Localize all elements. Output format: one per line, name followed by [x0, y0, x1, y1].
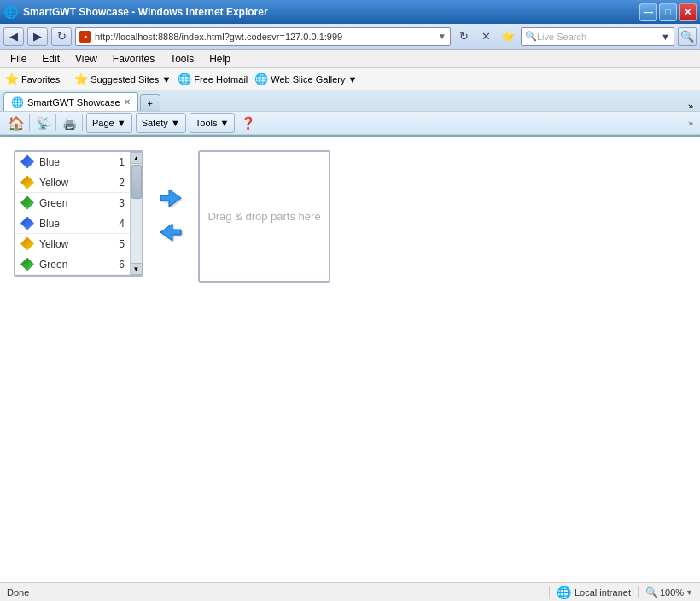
suggested-sites-label: Suggested Sites ▼ [90, 74, 171, 85]
page-button[interactable]: Page ▼ [86, 113, 132, 133]
list-scrollbar[interactable]: ▲ ▼ [130, 152, 142, 275]
list-item[interactable]: Blue 1 [15, 152, 130, 172]
list-num-2: 2 [111, 177, 125, 189]
security-zone: 🌐 Local intranet [549, 586, 631, 599]
address-icon: ● [79, 31, 91, 43]
tab-smartgwt-showcase[interactable]: 🌐 SmartGWT Showcase ✕ [3, 92, 138, 111]
list-item[interactable]: Blue 4 [15, 213, 130, 234]
drop-panel[interactable]: Drag & drop parts here [198, 150, 330, 283]
minimize-button[interactable]: — [639, 3, 657, 21]
list-item[interactable]: Yellow 2 [15, 172, 130, 193]
web-slice-gallery-btn[interactable]: 🌐 Web Slice Gallery ▼ [254, 73, 357, 85]
list-item[interactable]: Yellow 5 [15, 234, 130, 254]
menu-view[interactable]: View [68, 51, 104, 67]
title-bar-controls: — □ ✕ [639, 3, 697, 21]
list-label-2: Yellow [39, 177, 106, 189]
status-text: Done [7, 587, 549, 598]
stop-btn[interactable]: ✕ [476, 27, 495, 46]
search-button[interactable]: ▼ [661, 32, 670, 42]
suggested-sites-btn[interactable]: ⭐ Suggested Sites ▼ [74, 73, 171, 85]
list-label-3: Green [39, 197, 106, 209]
tab-label: SmartGWT Showcase [27, 97, 120, 108]
free-hotmail-btn[interactable]: 🌐 Free Hotmail [178, 73, 248, 85]
menu-help[interactable]: Help [202, 51, 237, 67]
back-button[interactable]: ◀ [3, 27, 24, 46]
tab-menu-button[interactable]: » [685, 101, 697, 111]
transfer-arrows [157, 150, 184, 246]
toolbar-sep-1 [29, 114, 30, 131]
move-left-button[interactable] [157, 219, 184, 246]
list-label-1: Blue [39, 156, 106, 168]
move-right-button[interactable] [157, 184, 184, 212]
web-slice-label: Web Slice Gallery ▼ [271, 74, 357, 85]
close-button[interactable]: ✕ [679, 3, 697, 21]
toolbar-home-icon[interactable]: 🏠 [7, 114, 26, 132]
tab-icon: 🌐 [11, 96, 24, 108]
menu-favorites[interactable]: Favorites [106, 51, 161, 67]
menu-tools[interactable]: Tools [163, 51, 201, 67]
navigation-bar: ◀ ▶ ↻ ● http://localhost:8888/index.html… [0, 24, 700, 50]
home-btn[interactable]: ⭐ [499, 27, 517, 46]
tools-button[interactable]: Tools ▼ [190, 113, 236, 133]
help-button[interactable]: ❓ [238, 114, 257, 132]
hotmail-icon: 🌐 [178, 73, 191, 85]
list-num-5: 5 [111, 238, 125, 250]
yellow-icon-2 [20, 176, 34, 190]
suggested-sites-icon: ⭐ [74, 73, 88, 85]
maximize-button[interactable]: □ [659, 3, 677, 21]
menu-file[interactable]: File [3, 51, 33, 67]
free-hotmail-label: Free Hotmail [194, 74, 248, 85]
list-item[interactable]: Green 6 [15, 254, 130, 275]
scroll-thumb[interactable] [131, 165, 142, 199]
app-icon: 🌐 [3, 5, 18, 19]
zoom-area[interactable]: 🔍 100% ▼ [638, 586, 693, 598]
safety-button[interactable]: Safety ▼ [136, 113, 186, 133]
scroll-up-arrow[interactable]: ▲ [131, 152, 143, 164]
title-bar: 🌐 SmartGWT Showcase - Windows Internet E… [0, 0, 700, 24]
toolbar-sep-3 [82, 114, 83, 131]
web-slice-icon: 🌐 [254, 73, 268, 85]
list-num-6: 6 [111, 259, 125, 271]
list-label-6: Green [39, 259, 106, 271]
safety-label: Safety ▼ [142, 118, 180, 128]
zone-icon: 🌐 [557, 586, 571, 599]
new-tab-button[interactable]: + [140, 94, 160, 111]
address-bar[interactable]: ● http://localhost:8888/index.html?gwt.c… [75, 27, 451, 46]
fav-separator [67, 72, 67, 87]
toolbar-more-button[interactable]: » [688, 118, 693, 128]
search-logo: 🔍 [525, 31, 537, 42]
toolbar-sep-2 [55, 114, 56, 131]
list-label-5: Yellow [39, 238, 106, 250]
toolbar-print-icon[interactable]: 🖨️ [60, 114, 79, 132]
scroll-down-arrow[interactable]: ▼ [131, 263, 143, 275]
tab-close-button[interactable]: ✕ [124, 97, 131, 107]
favorites-btn[interactable]: ⭐ Favorites [5, 73, 60, 85]
zoom-level: 100% [660, 587, 684, 598]
yellow-icon-5 [20, 237, 34, 251]
scroll-track[interactable] [131, 164, 142, 263]
tab-toolbar-area: 🌐 SmartGWT Showcase ✕ + » 🏠 📡 🖨️ Page ▼ … [0, 90, 700, 137]
refresh-page-btn[interactable]: ↻ [454, 27, 473, 46]
search-bar[interactable]: 🔍 Live Search ▼ [521, 27, 674, 46]
list-num-1: 1 [111, 156, 125, 168]
search-submit-button[interactable]: 🔍 [678, 27, 697, 46]
forward-button[interactable]: ▶ [27, 27, 48, 46]
zone-label: Local intranet [575, 587, 631, 598]
search-input[interactable]: Live Search [537, 32, 661, 42]
menu-bar: File Edit View Favorites Tools Help [0, 50, 700, 68]
refresh-button[interactable]: ↻ [51, 27, 72, 46]
blue-icon-4 [20, 217, 34, 230]
main-content: Blue 1 Yellow 2 Green 3 [0, 137, 700, 582]
green-icon-3 [20, 196, 34, 210]
drop-text: Drag & drop parts here [207, 210, 320, 223]
tools-label: Tools ▼ [195, 118, 230, 128]
zoom-dropdown[interactable]: ▼ [685, 588, 693, 597]
list-item[interactable]: Green 3 [15, 193, 130, 213]
toolbar-rss-icon[interactable]: 📡 [33, 114, 52, 132]
blue-icon-1 [20, 155, 34, 169]
status-right: 🌐 Local intranet 🔍 100% ▼ [549, 586, 693, 599]
star-icon: ⭐ [5, 73, 19, 85]
page-label: Page ▼ [92, 118, 126, 128]
address-dropdown[interactable]: ▼ [438, 32, 446, 41]
menu-edit[interactable]: Edit [35, 51, 67, 67]
